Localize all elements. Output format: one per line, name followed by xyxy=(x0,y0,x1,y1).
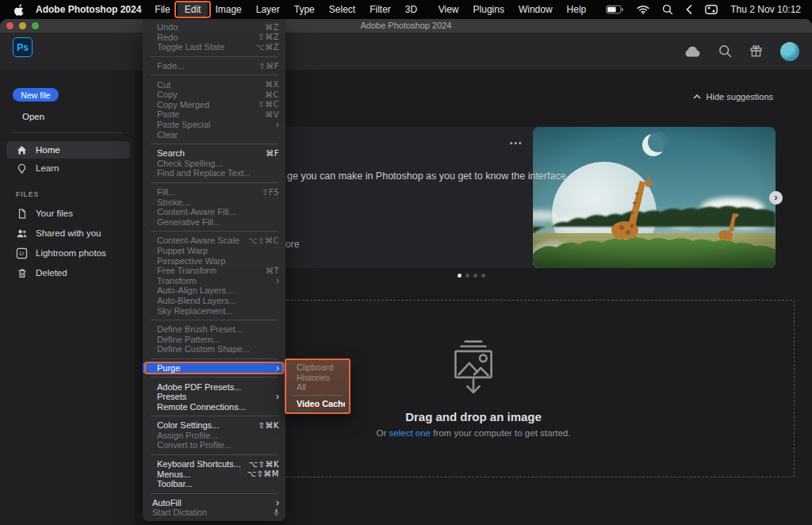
edit-menu-item-convert-to-profile[interactable]: Convert to Profile... xyxy=(143,440,285,450)
suggestion-image[interactable] xyxy=(533,127,776,268)
menubar-item-plugins[interactable]: Plugins xyxy=(466,2,511,17)
carousel-dot-1[interactable] xyxy=(458,274,462,278)
edit-menu-item-adobe-pdf-presets[interactable]: Adobe PDF Presets... xyxy=(143,381,285,392)
edit-menu-item-auto-align-layers[interactable]: Auto-Align Layers... xyxy=(143,285,285,296)
edit-menu-item-toggle-last-state[interactable]: Toggle Last State⌥⌘Z xyxy=(143,42,285,52)
purge-submenu-item-video-cache[interactable]: Video Cache xyxy=(286,399,349,408)
edit-menu-item-perspective-warp[interactable]: Perspective Warp xyxy=(143,255,285,266)
menubar-item-layer[interactable]: Layer xyxy=(249,2,287,17)
edit-menu-item-autofill[interactable]: AutoFill› xyxy=(143,498,285,508)
menubar-item-edit[interactable]: Edit xyxy=(178,2,209,17)
edit-menu-item-purge[interactable]: Purge› xyxy=(143,363,285,374)
edit-menu-item-fade[interactable]: Fade...⇧⌘F xyxy=(143,61,285,71)
menu-item-label: Color Settings... xyxy=(157,420,259,430)
carousel-dot-4[interactable] xyxy=(481,274,485,278)
edit-menu-item-copy[interactable]: Copy⌘C xyxy=(143,90,285,100)
edit-menu-item-keyboard-shortcuts[interactable]: Keyboard Shortcuts...⌥⇧⌘K xyxy=(143,459,285,469)
menubar-item-select[interactable]: Select xyxy=(322,2,362,17)
menubar-item-window[interactable]: Window xyxy=(511,2,560,17)
avatar[interactable] xyxy=(780,42,799,61)
image-upload-icon xyxy=(447,339,500,397)
chevron-left-icon[interactable] xyxy=(686,5,692,14)
menubar-item-filter[interactable]: Filter xyxy=(362,2,398,17)
edit-menu-item-check-spelling[interactable]: Check Spelling... xyxy=(143,159,285,169)
edit-menu-item-fill[interactable]: Fill...⇧F5 xyxy=(143,187,285,197)
edit-menu-item-generative-fill[interactable]: Generative Fill... xyxy=(143,217,285,228)
edit-menu-item-content-aware-fill[interactable]: Content-Aware Fill... xyxy=(143,207,285,217)
menubar-app-name[interactable]: Adobe Photoshop 2024 xyxy=(36,4,141,15)
edit-menu-item-content-aware-scale[interactable]: Content-Aware Scale⌥⇧⌘C xyxy=(143,236,285,246)
edit-menu-item-assign-profile[interactable]: Assign Profile... xyxy=(143,431,285,441)
edit-menu-item-paste[interactable]: Paste⌘V xyxy=(143,109,285,120)
menu-item-label: Paste xyxy=(157,109,265,119)
select-one-link[interactable]: select one xyxy=(389,428,431,438)
carousel-dot-2[interactable] xyxy=(465,274,469,278)
edit-menu-item-define-brush-preset[interactable]: Define Brush Preset... xyxy=(143,324,285,335)
sidebar-item-shared-with-you[interactable]: Shared with you xyxy=(6,224,130,243)
control-center-icon[interactable] xyxy=(705,5,718,14)
apple-menu-icon[interactable] xyxy=(14,4,25,16)
sidebar-item-deleted[interactable]: Deleted xyxy=(6,263,130,282)
purge-submenu-item-histories[interactable]: Histories xyxy=(286,372,349,381)
search-icon[interactable] xyxy=(718,44,732,58)
purge-submenu-separator xyxy=(292,395,343,396)
trash-icon xyxy=(16,267,28,279)
menubar-item-3d[interactable]: 3D xyxy=(398,2,424,17)
menu-item-label: Keyboard Shortcuts... xyxy=(157,459,249,469)
edit-menu-item-color-settings[interactable]: Color Settings...⇧⌘K xyxy=(143,420,285,431)
edit-menu-item-remote-connections[interactable]: Remote Connections... xyxy=(143,401,285,412)
submenu-arrow-icon: › xyxy=(276,277,279,285)
edit-menu-separator xyxy=(151,416,278,416)
edit-menu-item-define-custom-shape[interactable]: Define Custom Shape... xyxy=(143,344,285,354)
more-options-icon[interactable]: ••• xyxy=(510,139,523,148)
edit-menu-item-redo[interactable]: Redo⇧⌘Z xyxy=(143,33,285,43)
microphone-icon xyxy=(274,508,279,517)
sidebar-item-learn[interactable]: Learn xyxy=(6,159,130,177)
menubar-item-file[interactable]: File xyxy=(147,2,177,17)
edit-menu-item-sky-replacement[interactable]: Sky Replacement... xyxy=(143,305,285,316)
document-icon xyxy=(16,208,28,220)
carousel-next-button[interactable]: › xyxy=(769,191,783,205)
edit-menu-item-clear[interactable]: Clear xyxy=(143,129,285,140)
purge-submenu-item-clipboard[interactable]: Clipboard xyxy=(286,362,349,372)
edit-menu-item-free-transform[interactable]: Free Transform⌘T xyxy=(143,266,285,276)
edit-menu-item-undo[interactable]: Undo⌘Z xyxy=(143,22,285,33)
edit-menu-item-puppet-warp[interactable]: Puppet Warp xyxy=(143,246,285,256)
edit-menu-item-stroke[interactable]: Stroke... xyxy=(143,197,285,207)
battery-icon[interactable] xyxy=(606,5,624,14)
edit-menu-item-cut[interactable]: Cut⌘X xyxy=(143,79,285,90)
edit-menu-item-menus[interactable]: Menus...⌥⇧⌘M xyxy=(143,469,285,479)
sidebar-item-lightroom-photos[interactable]: LrLightroom photos xyxy=(6,243,130,262)
gift-icon[interactable] xyxy=(749,44,763,58)
menubar-clock[interactable]: Thu 2 Nov 10:12 xyxy=(730,4,801,15)
search-icon[interactable] xyxy=(662,4,673,15)
edit-menu-item-copy-merged[interactable]: Copy Merged⇧⌘C xyxy=(143,100,285,110)
edit-menu-item-find-and-replace-text[interactable]: Find and Replace Text... xyxy=(143,168,285,178)
edit-menu-item-search[interactable]: Search⌘F xyxy=(143,148,285,159)
edit-menu-item-start-dictation[interactable]: Start Dictation xyxy=(143,508,285,518)
carousel-dot-3[interactable] xyxy=(473,274,477,278)
cloud-icon[interactable] xyxy=(684,46,701,57)
sidebar-item-your-files[interactable]: Your files xyxy=(6,204,130,223)
wifi-icon[interactable] xyxy=(637,5,649,14)
hide-suggestions-button[interactable]: Hide suggestions xyxy=(693,92,773,102)
window-titlebar: Adobe Photoshop 2024 xyxy=(0,19,812,33)
menu-item-label: Cut xyxy=(157,80,265,90)
edit-menu-item-toolbar[interactable]: Toolbar... xyxy=(143,479,285,489)
open-button[interactable]: Open xyxy=(22,112,135,121)
menubar-item-type[interactable]: Type xyxy=(287,2,322,17)
menubar-item-view[interactable]: View xyxy=(431,2,466,17)
menubar-item-image[interactable]: Image xyxy=(208,2,248,17)
edit-menu-item-auto-blend-layers[interactable]: Auto-Blend Layers... xyxy=(143,296,285,306)
menubar-item-help[interactable]: Help xyxy=(560,2,594,17)
edit-menu-item-presets[interactable]: Presets› xyxy=(143,392,285,402)
edit-menu-item-paste-special[interactable]: Paste Special› xyxy=(143,120,285,130)
menu-item-label: Purge xyxy=(157,363,276,373)
card-link-fragment[interactable]: ore xyxy=(285,239,299,250)
purge-submenu-item-all[interactable]: All xyxy=(286,382,349,392)
edit-menu-item-transform[interactable]: Transform› xyxy=(143,275,285,285)
new-file-button[interactable]: New file xyxy=(13,88,59,102)
edit-menu-item-define-pattern[interactable]: Define Pattern... xyxy=(143,334,285,344)
sidebar-item-home[interactable]: Home xyxy=(6,141,130,159)
menu-item-label: Content-Aware Fill... xyxy=(157,207,279,217)
